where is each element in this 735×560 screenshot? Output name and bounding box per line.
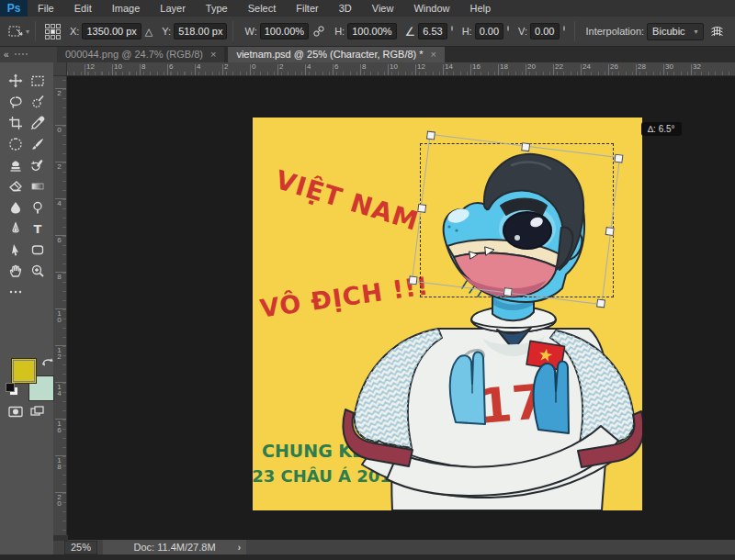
skew-v-input[interactable]: 0.00 (530, 23, 559, 39)
interpolation-label: Interpolation: (586, 26, 645, 37)
document-size-info: Doc: 11.4M/27.8M › (103, 540, 246, 554)
height-input[interactable]: 100.00% (347, 23, 396, 39)
quick-selection-tool-icon[interactable] (28, 93, 47, 111)
menu-window[interactable]: Window (403, 0, 459, 17)
skew-v-label: V: (518, 26, 527, 37)
menu-view[interactable]: View (362, 0, 404, 17)
degree-mark (507, 26, 509, 31)
dodge-tool-icon[interactable] (28, 198, 47, 217)
width-input[interactable]: 100.00% (260, 23, 309, 39)
blur-tool-icon[interactable] (6, 198, 25, 217)
eraser-tool-icon[interactable] (6, 177, 25, 196)
rectangular-marquee-tool-icon[interactable] (28, 72, 47, 90)
transform-handle-bottom-right[interactable] (596, 298, 605, 308)
rotation-angle-tooltip: ∆: 6.5° (641, 122, 682, 136)
free-transform-bounding-box[interactable] (412, 134, 620, 305)
panel-grip (15, 53, 28, 55)
degree-mark (563, 26, 565, 31)
reference-point-locator[interactable] (45, 24, 61, 39)
status-bar: 25% Doc: 11.4M/27.8M › (53, 540, 735, 554)
hand-tool-icon[interactable] (6, 262, 25, 280)
ruler-corner (53, 62, 67, 76)
gradient-tool-icon[interactable] (28, 177, 47, 196)
horizontal-ruler: 1210864202468101214161820222426283032 (53, 62, 735, 76)
separator (574, 21, 575, 41)
rotate-angle-icon: ∠ (405, 25, 416, 39)
interpolation-dropdown[interactable]: Bicubic ▾ (647, 23, 703, 40)
tab-000044-png[interactable]: 000044.png @ 24.7% (RGB/8) × (57, 46, 224, 62)
tool-dropdown-arrow[interactable]: ▾ (26, 28, 29, 36)
menu-type[interactable]: Type (196, 0, 238, 17)
tools-panel: T (0, 62, 53, 554)
relative-positioning-icon[interactable]: △ (145, 26, 153, 38)
toolbar-header: « (0, 46, 57, 62)
menu-layer[interactable]: Layer (150, 0, 196, 17)
brush-tool-icon[interactable] (28, 135, 47, 153)
menu-edit[interactable]: Edit (64, 0, 102, 17)
maintain-aspect-ratio-icon[interactable] (313, 26, 324, 37)
menu-3d[interactable]: 3D (329, 0, 362, 17)
spot-healing-brush-tool-icon[interactable] (6, 135, 25, 153)
vertical-ruler: 202468101214161820 (53, 75, 67, 540)
screen-mode-icon[interactable] (28, 402, 47, 420)
width-label: W: (244, 26, 256, 37)
path-selection-tool-icon[interactable] (6, 241, 25, 259)
chevron-down-icon: ▾ (695, 28, 698, 36)
svg-text:T: T (34, 222, 42, 236)
interpolation-value: Bicubic (652, 26, 684, 37)
menu-help[interactable]: Help (460, 0, 502, 17)
warp-mode-icon[interactable] (710, 25, 724, 38)
y-label: Y: (162, 26, 171, 37)
edit-toolbar-icon[interactable] (6, 283, 25, 301)
transform-handle-right[interactable] (605, 227, 615, 236)
x-label: X: (70, 26, 79, 37)
photoshop-logo: Ps (0, 0, 28, 17)
x-input[interactable]: 1350.00 px (82, 23, 141, 39)
crop-tool-icon[interactable] (6, 114, 25, 132)
close-icon[interactable]: × (431, 49, 436, 60)
menu-file[interactable]: File (28, 0, 64, 17)
foreground-color-swatch[interactable] (11, 358, 37, 384)
tab-vietnam-psd[interactable]: vietnam.psd @ 25% (Character, RGB/8) * × (228, 46, 445, 62)
menu-filter[interactable]: Filter (286, 0, 328, 17)
tab-title: vietnam.psd @ 25% (Character, RGB/8) * (236, 49, 423, 60)
collapse-panel-icon[interactable]: « (4, 50, 9, 60)
document-tab-bar: « 000044.png @ 24.7% (RGB/8) × vietnam.p… (0, 46, 735, 62)
history-brush-tool-icon[interactable] (28, 156, 47, 174)
separator (35, 21, 36, 41)
type-tool-icon[interactable]: T (28, 219, 47, 238)
scroll-corner (53, 535, 68, 541)
menu-bar: Ps File Edit Image Layer Type Select Fil… (0, 0, 735, 17)
y-input[interactable]: 518.00 px (174, 23, 227, 39)
transform-tool-icon[interactable] (7, 24, 24, 39)
bottom-strip (0, 554, 735, 560)
menu-select[interactable]: Select (238, 0, 287, 17)
zoom-level-field[interactable]: 25% (64, 541, 97, 554)
doc-size-text: Doc: 11.4M/27.8M (134, 542, 216, 553)
tab-title: 000044.png @ 24.7% (RGB/8) (65, 49, 203, 60)
transform-handle-top[interactable] (521, 142, 530, 151)
transform-handle-left[interactable] (417, 204, 426, 213)
default-colors-icon[interactable] (6, 383, 17, 395)
shape-tool-icon[interactable] (28, 241, 47, 259)
close-icon[interactable]: × (210, 49, 216, 60)
degree-mark (451, 26, 453, 31)
transform-handle-top-left[interactable] (426, 131, 435, 140)
height-label: H: (334, 26, 345, 37)
lasso-tool-icon[interactable] (6, 93, 25, 111)
menu-image[interactable]: Image (102, 0, 151, 17)
eyedropper-tool-icon[interactable] (28, 114, 47, 132)
skew-h-label: H: (462, 26, 472, 37)
pen-tool-icon[interactable] (6, 219, 25, 238)
angle-input[interactable]: 6.53 (418, 23, 447, 39)
transform-handle-top-right[interactable] (614, 154, 623, 163)
status-chevron-icon[interactable]: › (238, 543, 241, 553)
transform-handle-bottom[interactable] (503, 287, 512, 297)
quick-mask-mode-icon[interactable] (6, 402, 25, 420)
swap-colors-icon[interactable] (39, 353, 57, 371)
zoom-tool-icon[interactable] (28, 262, 47, 280)
skew-h-input[interactable]: 0.00 (475, 23, 503, 39)
move-tool-icon[interactable] (6, 72, 25, 90)
clone-stamp-tool-icon[interactable] (6, 156, 25, 174)
transform-handle-bottom-left[interactable] (409, 275, 418, 285)
